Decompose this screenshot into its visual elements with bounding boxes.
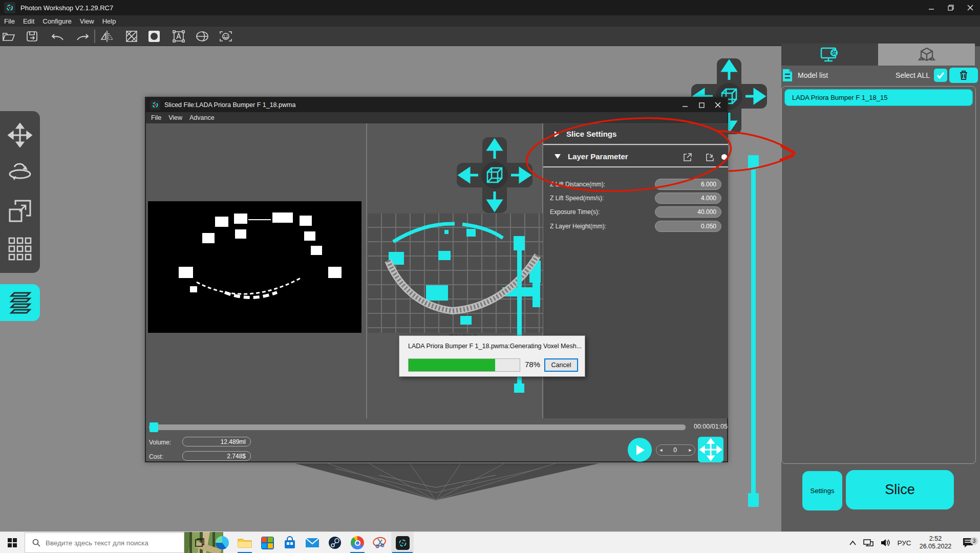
slice-settings-label: Slice Settings bbox=[566, 130, 616, 138]
param-label: Z Lift Speed(mm/s): bbox=[550, 195, 604, 202]
model-list-item[interactable]: LADA Priora Bumper F 1_18_15 bbox=[784, 89, 973, 106]
param-label: Exposure Time(s): bbox=[550, 208, 600, 216]
parameter-dot-indicator bbox=[721, 154, 727, 160]
language-indicator[interactable]: РУС bbox=[894, 539, 914, 547]
move-tool-button[interactable] bbox=[6, 121, 34, 150]
viewer-title: Sliced File:LADA Priora Bumper F 1_18.pw… bbox=[164, 101, 295, 109]
model-list-header: Model list Select ALL bbox=[781, 66, 980, 85]
param-row-z-layer-height: Z Layer Height(mm): 0.050 bbox=[543, 221, 728, 232]
tab-model-view[interactable] bbox=[878, 44, 975, 66]
cancel-button[interactable]: Cancel bbox=[544, 358, 578, 372]
scale-tool-button[interactable] bbox=[6, 197, 34, 225]
viewer-close-button[interactable] bbox=[710, 98, 726, 112]
viewer-nav-cross[interactable] bbox=[454, 134, 536, 216]
exposure-time-input[interactable]: 40.000 bbox=[655, 206, 721, 218]
notification-center-button[interactable]: 3 bbox=[956, 538, 980, 548]
network-icon[interactable] bbox=[860, 539, 877, 547]
layer-parameter-header[interactable]: Layer Parameter bbox=[543, 146, 728, 167]
start-button[interactable] bbox=[0, 532, 25, 553]
edge-icon bbox=[216, 536, 229, 549]
progress-bar-fill bbox=[409, 359, 495, 371]
notification-badge: 3 bbox=[970, 537, 978, 545]
taskbar-explorer[interactable] bbox=[233, 532, 256, 553]
layer-stepper[interactable]: ◄ 0 ► bbox=[656, 444, 695, 456]
import-parameters-icon[interactable] bbox=[705, 152, 715, 162]
app-tile-icon bbox=[261, 537, 274, 549]
array-tool-button[interactable] bbox=[6, 235, 34, 263]
layer-slider-track[interactable] bbox=[751, 169, 756, 493]
taskbar-search[interactable] bbox=[25, 533, 184, 553]
viewer-maximize-button[interactable] bbox=[693, 98, 710, 112]
tray-clock[interactable]: 2:52 26.05.2022 bbox=[914, 535, 956, 550]
task-view-button[interactable] bbox=[188, 532, 211, 553]
play-button[interactable] bbox=[628, 438, 652, 462]
layers-icon bbox=[7, 291, 33, 314]
store-icon bbox=[283, 536, 296, 549]
taskbar-mail[interactable] bbox=[301, 532, 324, 553]
layer-slider-bottom-handle[interactable] bbox=[748, 493, 759, 507]
z-lift-distance-input[interactable]: 6.000 bbox=[655, 179, 721, 190]
windows-logo-icon bbox=[8, 538, 17, 547]
rotate-tool-button[interactable] bbox=[6, 159, 34, 187]
search-icon bbox=[32, 539, 40, 547]
taskbar-snip[interactable] bbox=[369, 532, 391, 553]
param-label: Z Lift Distance(mm): bbox=[550, 181, 605, 188]
right-panel: Model list Select ALL LADA Priora Bumper… bbox=[781, 46, 980, 531]
playback-timeline[interactable] bbox=[149, 424, 686, 430]
taskbar-steam[interactable] bbox=[324, 532, 346, 553]
param-row-exposure-time: Exposure Time(s): 40.000 bbox=[543, 206, 728, 218]
cost-label: Cost: bbox=[149, 453, 163, 460]
model-list-icon bbox=[781, 68, 794, 82]
stepper-prev-icon[interactable]: ◄ bbox=[656, 448, 666, 453]
z-layer-height-input[interactable]: 0.050 bbox=[655, 221, 721, 232]
taskbar-photon-workshop[interactable] bbox=[391, 532, 414, 553]
viewer-menu-file[interactable]: File bbox=[151, 114, 161, 121]
tray-chevron-icon[interactable] bbox=[845, 541, 860, 545]
progress-dialog: LADA Priora Bumper F 1_18.pwma:Generatin… bbox=[399, 335, 585, 377]
preview-slider-top-handle[interactable] bbox=[514, 236, 525, 250]
viewer-menu-advance[interactable]: Advance bbox=[189, 114, 215, 121]
param-label: Z Layer Height(mm): bbox=[550, 223, 606, 230]
model-box-icon bbox=[918, 47, 935, 63]
slice-2d-shapes bbox=[148, 201, 361, 333]
stepper-value: 0 bbox=[666, 446, 686, 454]
export-parameters-icon[interactable] bbox=[683, 152, 693, 162]
slice-view-button[interactable] bbox=[0, 284, 40, 321]
volume-icon[interactable] bbox=[877, 539, 894, 547]
z-lift-speed-input[interactable]: 4.000 bbox=[655, 193, 721, 204]
taskbar-chrome[interactable] bbox=[346, 532, 369, 553]
preview-slider-bottom-handle[interactable] bbox=[514, 384, 524, 393]
select-all-checkbox[interactable] bbox=[934, 69, 947, 82]
viewer-menubar: File View Advance bbox=[146, 112, 727, 123]
taskbar-edge[interactable] bbox=[211, 532, 233, 553]
viewer-menu-view[interactable]: View bbox=[168, 114, 182, 121]
progress-message: LADA Priora Bumper F 1_18.pwma:Generatin… bbox=[408, 343, 582, 350]
file-explorer-icon bbox=[238, 537, 252, 548]
photon-workshop-icon bbox=[396, 536, 410, 550]
chrome-icon bbox=[351, 536, 364, 549]
viewport-divider bbox=[366, 123, 367, 418]
tray-date: 26.05.2022 bbox=[914, 543, 956, 550]
slice-button[interactable]: Slice bbox=[846, 470, 954, 509]
layer-slider-top-handle[interactable] bbox=[748, 155, 759, 169]
settings-button[interactable]: Settings bbox=[802, 471, 842, 511]
play-icon bbox=[635, 444, 645, 456]
progress-percent: 78% bbox=[525, 360, 540, 369]
playback-timeline-handle[interactable] bbox=[150, 422, 158, 432]
preview-3d-viewport[interactable] bbox=[368, 214, 543, 333]
tab-print-settings[interactable] bbox=[781, 44, 878, 66]
sliced-file-window: Sliced File:LADA Priora Bumper F 1_18.pw… bbox=[145, 97, 728, 462]
search-input[interactable] bbox=[46, 539, 168, 547]
pan-view-button[interactable] bbox=[698, 437, 723, 462]
desktop: { "app": { "title": "Photon Workshop V2.… bbox=[0, 0, 980, 553]
delete-models-button[interactable] bbox=[949, 68, 978, 83]
volume-label: Volume: bbox=[149, 439, 171, 446]
viewer-icon bbox=[150, 100, 160, 110]
viewer-titlebar[interactable]: Sliced File:LADA Priora Bumper F 1_18.pw… bbox=[146, 98, 727, 112]
taskbar-store[interactable] bbox=[279, 532, 301, 553]
viewer-minimize-button[interactable] bbox=[677, 98, 693, 112]
slice-settings-header[interactable]: Slice Settings bbox=[543, 124, 728, 145]
stepper-next-icon[interactable]: ► bbox=[686, 448, 695, 453]
slice-2d-preview bbox=[148, 201, 361, 333]
taskbar-app-tile[interactable] bbox=[256, 532, 279, 553]
